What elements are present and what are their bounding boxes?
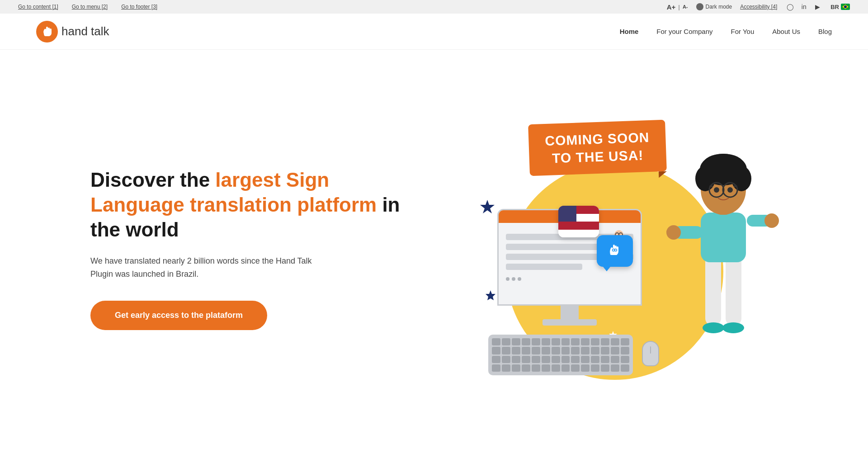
svg-rect-16: [705, 253, 721, 326]
font-separator: |: [678, 4, 680, 10]
logo-text: hand talk: [61, 24, 109, 38]
svg-point-37: [727, 187, 733, 193]
key-18: [522, 347, 530, 354]
hero-subtitle: We have translated nearly 2 billion word…: [90, 255, 326, 281]
coming-soon-banner: COMING SOON TO THE USA!: [528, 120, 667, 176]
skip-to-menu[interactable]: Go to menu [2]: [72, 4, 108, 10]
svg-point-24: [764, 213, 779, 228]
nav-about-us[interactable]: About Us: [772, 24, 800, 39]
key-55: [611, 364, 619, 372]
cta-button[interactable]: Get early access to the plataform: [90, 301, 267, 330]
svg-point-30: [703, 154, 743, 174]
key-42: [621, 356, 629, 363]
key-39: [591, 356, 599, 363]
key-10: [581, 338, 590, 345]
dark-mode-icon: [696, 3, 703, 10]
youtube-icon[interactable]: ▶: [812, 2, 822, 12]
key-24: [581, 347, 590, 354]
key-15: [492, 347, 500, 354]
key-37: [571, 356, 580, 363]
key-17: [512, 347, 520, 354]
nav-blog[interactable]: Blog: [818, 24, 832, 39]
key-43: [492, 364, 500, 372]
svg-rect-17: [726, 253, 741, 326]
nav-links: Home For your Company For You About Us B…: [620, 24, 832, 39]
svg-point-18: [703, 322, 724, 333]
skip-to-footer[interactable]: Go to footer [3]: [121, 4, 157, 10]
key-32: [522, 356, 530, 363]
key-9: [571, 338, 580, 345]
key-44: [502, 364, 510, 372]
nav-for-company[interactable]: For your Company: [656, 24, 712, 39]
key-30: [502, 356, 510, 363]
key-4: [522, 338, 530, 345]
key-50: [561, 364, 570, 372]
nav-home[interactable]: Home: [620, 24, 639, 39]
key-13: [611, 338, 619, 345]
svg-rect-20: [701, 213, 746, 262]
key-46: [522, 364, 530, 372]
key-51: [571, 364, 580, 372]
navbar: hand talk Home For your Company For You …: [0, 14, 868, 50]
font-decrease-button[interactable]: A-: [683, 4, 688, 9]
main-character: [660, 127, 787, 389]
key-33: [532, 356, 540, 363]
monitor-dot-2: [512, 277, 515, 281]
flag-red-2: [558, 222, 599, 230]
key-31: [512, 356, 520, 363]
social-icons: ◯ in ▶: [785, 2, 822, 12]
svg-marker-0: [480, 200, 495, 213]
key-41: [611, 356, 619, 363]
key-3: [512, 338, 520, 345]
logo[interactable]: hand talk: [36, 21, 109, 43]
key-52: [581, 364, 590, 372]
font-increase-button[interactable]: A+: [667, 3, 676, 11]
language-button[interactable]: BR: [830, 4, 850, 10]
hero-title: Discover the largest Sign Language trans…: [90, 167, 407, 242]
key-16: [502, 347, 510, 354]
key-14: [621, 338, 629, 345]
dark-mode-toggle[interactable]: Dark mode: [696, 3, 732, 10]
linkedin-icon[interactable]: in: [799, 2, 809, 12]
sign-language-bubble: [597, 235, 633, 267]
us-flag-bubble: [558, 206, 599, 237]
star-1: [479, 199, 495, 215]
skip-links: Go to content [1] Go to menu [2] Go to f…: [18, 4, 157, 10]
key-38: [581, 356, 590, 363]
language-label: BR: [830, 4, 839, 10]
top-bar: Go to content [1] Go to menu [2] Go to f…: [0, 0, 868, 14]
key-48: [542, 364, 550, 372]
key-11: [591, 338, 599, 345]
logo-icon: [36, 21, 58, 43]
hero-illustration: COMING SOON TO THE USA!: [470, 109, 778, 389]
monitor-content-line-4: [506, 264, 582, 270]
monitor-base: [542, 319, 597, 326]
key-36: [561, 356, 570, 363]
monitor-content-line-2: [506, 244, 608, 250]
instagram-icon[interactable]: ◯: [785, 2, 795, 12]
keyboard: [488, 335, 633, 375]
key-19: [532, 347, 540, 354]
key-22: [561, 347, 570, 354]
font-size-controls: A+ | A-: [667, 3, 688, 11]
skip-to-content[interactable]: Go to content [1]: [18, 4, 58, 10]
key-35: [552, 356, 560, 363]
svg-point-19: [722, 322, 744, 333]
svg-rect-38: [666, 230, 675, 234]
nav-for-you[interactable]: For You: [731, 24, 755, 39]
key-54: [601, 364, 609, 372]
key-7: [552, 338, 560, 345]
flag-blue: [558, 206, 576, 222]
svg-rect-35: [734, 185, 737, 187]
key-26: [601, 347, 609, 354]
monitor-dot-3: [518, 277, 521, 281]
key-47: [532, 364, 540, 372]
monitor-dot-1: [506, 277, 509, 281]
svg-point-36: [714, 187, 719, 193]
key-12: [601, 338, 609, 345]
accessibility-link[interactable]: Accessibility [4]: [740, 4, 777, 10]
key-56: [621, 364, 629, 372]
key-28: [621, 347, 629, 354]
key-45: [512, 364, 520, 372]
key-20: [542, 347, 550, 354]
